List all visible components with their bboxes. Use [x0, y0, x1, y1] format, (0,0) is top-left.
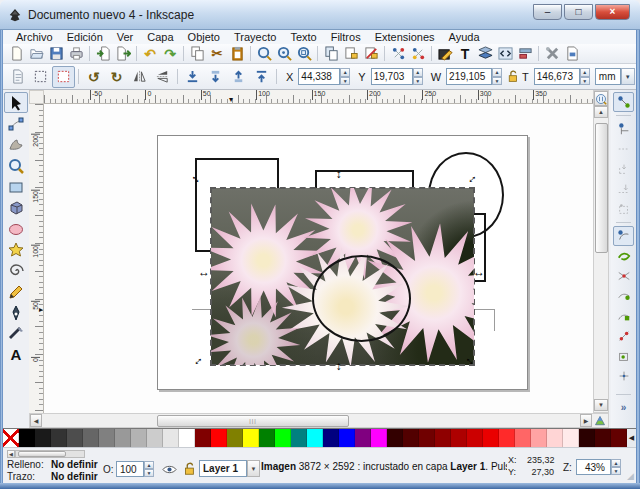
cut-icon[interactable]: ✂ [207, 45, 227, 63]
swatch-ffff00[interactable] [243, 429, 259, 447]
zoom-tool[interactable] [4, 155, 28, 176]
snap-midpoints-icon[interactable] [613, 326, 634, 346]
tweak-tool[interactable] [4, 134, 28, 155]
swatch-cc0000[interactable] [467, 429, 483, 447]
align-dialog-icon[interactable] [515, 45, 535, 63]
scroll-down-button[interactable]: ▼ [594, 399, 608, 411]
snap-bbox-centers-icon[interactable] [613, 199, 634, 219]
minimize-button[interactable]: – [533, 4, 562, 20]
snap-enable-icon[interactable] [613, 92, 634, 112]
snap-bbox-edge-midpoints-icon[interactable] [613, 179, 634, 199]
text-tool[interactable]: A [4, 344, 28, 365]
swatch-ffeaea[interactable] [563, 429, 579, 447]
swatch-ff0000[interactable] [211, 429, 227, 447]
menu-trayecto[interactable]: Trayecto [227, 31, 283, 43]
vertical-ruler[interactable]: ▸ 200150100500 [29, 104, 44, 413]
layer-lock-icon[interactable] [179, 460, 199, 478]
undo-icon[interactable]: ↶ [140, 45, 160, 63]
selector-tool[interactable] [4, 92, 28, 113]
snap-cusp-nodes-icon[interactable] [613, 286, 634, 306]
opacity-spin-up[interactable]: ▲ [144, 461, 154, 469]
fill-value[interactable]: No definir [51, 459, 98, 470]
lower-icon[interactable] [204, 66, 227, 88]
deselect-icon[interactable] [52, 66, 75, 88]
zoom-spin-up[interactable]: ▲ [611, 459, 621, 467]
rotate-cw-icon[interactable]: ↻ [105, 66, 128, 88]
swatch-ffa3a3[interactable] [531, 429, 547, 447]
swatch-ffd5d5[interactable] [547, 429, 563, 447]
bezier-pen-tool[interactable] [4, 302, 28, 323]
snap-nodes-icon[interactable] [613, 226, 634, 246]
scroll-right-button[interactable]: ▶ [580, 414, 592, 427]
scale-handle-right[interactable]: ↔ [472, 265, 486, 279]
menu-archivo[interactable]: Archivo [9, 31, 60, 43]
swatch-000080[interactable] [323, 429, 339, 447]
raise-to-top-icon[interactable] [250, 66, 273, 88]
layer-selector[interactable]: Layer 1 [199, 460, 247, 477]
lower-to-bottom-icon[interactable] [181, 66, 204, 88]
snap-paths-icon[interactable] [613, 246, 634, 266]
swatch-b3b3b3[interactable] [131, 429, 147, 447]
fill-stroke-dialog-icon[interactable] [435, 45, 455, 63]
menu-filtros[interactable]: Filtros [324, 31, 368, 43]
cms-toggle-button[interactable] [592, 414, 608, 427]
ungroup-icon[interactable] [408, 45, 428, 63]
snap-bbox-corners-icon[interactable] [613, 159, 634, 179]
swatch-700000[interactable] [419, 429, 435, 447]
h-spin-up[interactable]: ▲ [580, 68, 590, 77]
swatch-008080[interactable] [291, 429, 307, 447]
xml-editor-icon[interactable] [495, 45, 515, 63]
stroke-value[interactable]: No definir [51, 471, 98, 482]
swatch-1a1a1a[interactable] [35, 429, 51, 447]
swatch-ff2a2a[interactable] [499, 429, 515, 447]
swatch-2b0000[interactable] [579, 429, 595, 447]
ellipse-shape-2[interactable] [312, 255, 411, 342]
scroll-left-button[interactable]: ◀ [30, 414, 42, 427]
x-spin-down[interactable]: ▼ [340, 77, 350, 86]
ellipse-tool[interactable] [4, 218, 28, 239]
swatch-ad0000[interactable] [451, 429, 467, 447]
opacity-field[interactable]: 100 [116, 461, 144, 477]
menu-objeto[interactable]: Objeto [181, 31, 227, 43]
horizontal-scrollbar[interactable]: ◀ ||| ▶ [29, 413, 609, 428]
zoom-page-icon[interactable] [294, 45, 314, 63]
import-icon[interactable] [93, 45, 113, 63]
swatch-ff00ff[interactable] [371, 429, 387, 447]
maximize-button[interactable]: □ [564, 4, 593, 20]
swatch-e6e6e6[interactable] [163, 429, 179, 447]
x-field[interactable]: 44,338▲▼ [298, 68, 350, 85]
menu-edicin[interactable]: Edición [60, 31, 110, 43]
rectangle-tool[interactable] [4, 176, 28, 197]
group-icon[interactable] [388, 45, 408, 63]
close-button[interactable]: × [595, 4, 630, 20]
swatch-ea0000[interactable] [483, 429, 499, 447]
layers-dialog-icon[interactable] [475, 45, 495, 63]
y-field[interactable]: 19,703▲▼ [371, 68, 423, 85]
spiral-tool[interactable] [4, 260, 28, 281]
canvas[interactable]: ↔ ↔ ↔ ↔ ↔ ↔ ↔ ↔ [44, 104, 593, 413]
vertical-scroll-thumb[interactable] [595, 123, 608, 253]
y-spin-down[interactable]: ▼ [413, 77, 423, 86]
save-document-icon[interactable] [46, 45, 66, 63]
palette-scroll-left-button[interactable]: ◀ [7, 450, 15, 458]
line-shape-vertical[interactable] [494, 309, 495, 331]
swatch-0000ff[interactable] [339, 429, 355, 447]
open-document-icon[interactable] [26, 45, 46, 63]
swatch-800080[interactable] [355, 429, 371, 447]
snap-path-intersections-icon[interactable] [613, 266, 634, 286]
horizontal-ruler[interactable]: ▾ -50050100150200250300350 [44, 90, 593, 104]
swatch-808000[interactable] [227, 429, 243, 447]
calligraphy-tool[interactable] [4, 323, 28, 344]
swatch-520000[interactable] [403, 429, 419, 447]
create-clone-icon[interactable] [341, 45, 361, 63]
copy-icon[interactable] [187, 45, 207, 63]
pencil-tool[interactable] [4, 281, 28, 302]
snap-bbox-edges-icon[interactable] [613, 139, 634, 159]
menu-ver[interactable]: Ver [110, 31, 141, 43]
swatch-800000[interactable] [195, 429, 211, 447]
paste-icon[interactable] [227, 45, 247, 63]
units-dropdown-arrow[interactable]: ▼ [621, 68, 635, 85]
scale-handle-top[interactable]: ↔ [334, 168, 348, 182]
h-spin-down[interactable]: ▼ [580, 77, 590, 86]
zoom-drawing-icon[interactable] [274, 45, 294, 63]
